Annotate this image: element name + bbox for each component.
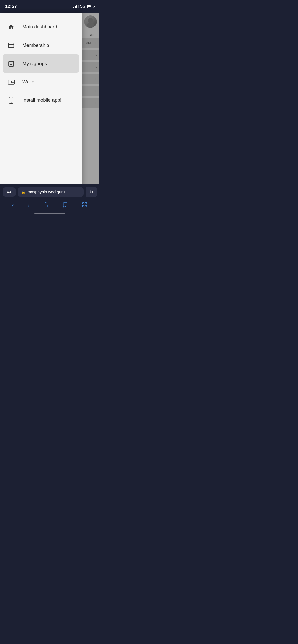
sidebar-item-label: Membership (22, 42, 49, 48)
svg-rect-4 (9, 46, 11, 46)
home-icon (8, 23, 15, 31)
svg-rect-16 (85, 203, 87, 204)
back-button[interactable]: ‹ (8, 200, 18, 211)
bookmarks-button[interactable] (58, 200, 72, 211)
sidebar-item-install-mobile-app[interactable]: Install mobile app! (0, 91, 82, 109)
signal-icon (73, 5, 79, 8)
battery-icon (87, 5, 94, 8)
sidebar-item-wallet[interactable]: Wallet (0, 73, 82, 91)
status-time: 12:57 (5, 4, 17, 9)
sidebar-item-label: Main dashboard (22, 24, 57, 30)
tabs-button[interactable] (78, 200, 91, 211)
forward-button[interactable]: › (23, 200, 33, 211)
aa-button[interactable]: AA (3, 187, 16, 197)
home-indicator (34, 213, 65, 214)
membership-icon (8, 42, 15, 49)
svg-rect-10 (8, 80, 14, 84)
sidebar-item-main-dashboard[interactable]: Main dashboard (0, 18, 82, 36)
svg-rect-9 (10, 64, 12, 65)
browser-nav: ‹ › (0, 197, 99, 211)
sidebar-item-membership[interactable]: Membership (0, 36, 82, 54)
svg-rect-15 (83, 203, 84, 204)
url-text: maxphysio.wod.guru (28, 190, 65, 194)
svg-rect-17 (83, 205, 84, 207)
share-button[interactable] (39, 200, 53, 211)
sidebar-item-label: My signups (22, 61, 47, 66)
sidebar-item-my-signups[interactable]: My signups (3, 54, 79, 73)
mobile-icon (8, 97, 15, 104)
svg-rect-5 (9, 61, 14, 66)
sidebar-item-label: Wallet (22, 79, 36, 85)
nav-menu: Main dashboard Membership (0, 13, 82, 183)
svg-point-12 (11, 102, 12, 103)
browser-bar: AA 🔒 maxphysio.wod.guru ↻ ‹ › (0, 184, 99, 215)
page-container: SIC AM 09 07 07 05 05 05 Main (0, 13, 99, 215)
calendar-icon (8, 60, 15, 67)
url-field[interactable]: 🔒 maxphysio.wod.guru (18, 187, 84, 197)
status-bar: 12:57 5G (0, 0, 99, 13)
lock-icon: 🔒 (21, 190, 25, 194)
url-bar-container: AA 🔒 maxphysio.wod.guru ↻ (3, 187, 97, 197)
sidebar-item-label: Install mobile app! (22, 97, 61, 103)
svg-rect-18 (85, 205, 87, 207)
svg-rect-2 (8, 43, 14, 47)
status-icons: 5G (73, 4, 94, 9)
wallet-icon (8, 78, 15, 85)
network-type: 5G (80, 4, 86, 9)
reload-button[interactable]: ↻ (86, 187, 97, 197)
